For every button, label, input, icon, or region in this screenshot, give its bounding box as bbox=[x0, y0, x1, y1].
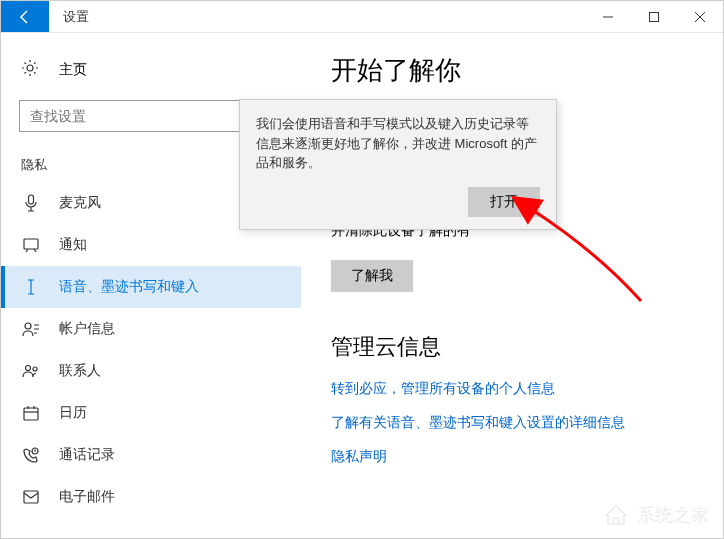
window-controls bbox=[585, 1, 723, 32]
tooltip-text: 我们会使用语音和手写模式以及键入历史记录等信息来逐渐更好地了解你，并改进 Mic… bbox=[256, 114, 540, 173]
sidebar-item-notifications[interactable]: 通知 bbox=[1, 224, 301, 266]
contacts-icon bbox=[21, 363, 41, 379]
text-cursor-icon bbox=[21, 278, 41, 296]
maximize-button[interactable] bbox=[631, 1, 677, 32]
open-button[interactable]: 打开 bbox=[468, 187, 540, 217]
svg-point-10 bbox=[26, 366, 31, 371]
svg-point-4 bbox=[27, 65, 33, 71]
svg-rect-8 bbox=[24, 239, 38, 249]
sidebar-item-label: 通知 bbox=[59, 236, 87, 254]
home-link[interactable]: 主页 bbox=[1, 51, 301, 88]
home-label: 主页 bbox=[59, 61, 87, 79]
titlebar: 设置 bbox=[1, 1, 723, 33]
svg-rect-12 bbox=[24, 408, 38, 420]
svg-point-9 bbox=[25, 323, 31, 329]
calendar-icon bbox=[21, 405, 41, 421]
gear-icon bbox=[21, 59, 41, 80]
privacy-statement-link[interactable]: 隐私声明 bbox=[331, 448, 693, 466]
sidebar-item-label: 联系人 bbox=[59, 362, 101, 380]
svg-point-11 bbox=[33, 367, 37, 371]
window-title: 设置 bbox=[49, 1, 585, 32]
sidebar-item-speech-ink-typing[interactable]: 语音、墨迹书写和键入 bbox=[1, 266, 301, 308]
bing-manage-link[interactable]: 转到必应，管理所有设备的个人信息 bbox=[331, 380, 693, 398]
minimize-button[interactable] bbox=[585, 1, 631, 32]
svg-rect-17 bbox=[24, 491, 38, 503]
learn-more-link[interactable]: 了解有关语音、墨迹书写和键入设置的详细信息 bbox=[331, 414, 693, 432]
sidebar-item-label: 语音、墨迹书写和键入 bbox=[59, 278, 199, 296]
sidebar-item-contacts[interactable]: 联系人 bbox=[1, 350, 301, 392]
info-tooltip: 我们会使用语音和手写模式以及键入历史记录等信息来逐渐更好地了解你，并改进 Mic… bbox=[239, 99, 557, 230]
account-icon bbox=[21, 321, 41, 337]
svg-rect-7 bbox=[29, 195, 34, 204]
sidebar-item-email[interactable]: 电子邮件 bbox=[1, 476, 301, 518]
notification-icon bbox=[21, 237, 41, 253]
sidebar-item-label: 通话记录 bbox=[59, 446, 115, 464]
call-history-icon bbox=[21, 447, 41, 463]
know-me-button[interactable]: 了解我 bbox=[331, 260, 413, 292]
svg-rect-1 bbox=[650, 12, 659, 21]
microphone-icon bbox=[21, 194, 41, 212]
sidebar-item-calendar[interactable]: 日历 bbox=[1, 392, 301, 434]
section-heading: 管理云信息 bbox=[331, 332, 693, 362]
sidebar-item-call-history[interactable]: 通话记录 bbox=[1, 434, 301, 476]
sidebar-item-label: 帐户信息 bbox=[59, 320, 115, 338]
sidebar-item-label: 日历 bbox=[59, 404, 87, 422]
email-icon bbox=[21, 490, 41, 504]
sidebar-item-label: 麦克风 bbox=[59, 194, 101, 212]
close-button[interactable] bbox=[677, 1, 723, 32]
back-button[interactable] bbox=[1, 1, 49, 32]
sidebar-item-label: 电子邮件 bbox=[59, 488, 115, 506]
page-title: 开始了解你 bbox=[331, 53, 693, 88]
sidebar-item-account-info[interactable]: 帐户信息 bbox=[1, 308, 301, 350]
